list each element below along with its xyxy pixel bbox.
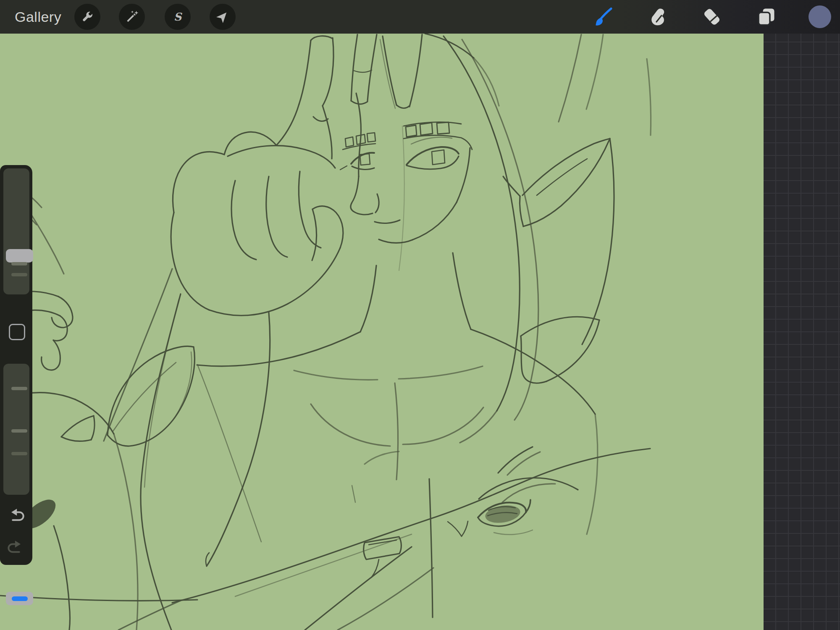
undo-button[interactable]	[6, 506, 26, 523]
slider-tick	[11, 452, 27, 455]
color-swatch-button[interactable]	[808, 5, 831, 28]
selection-button[interactable]: S	[165, 4, 191, 30]
slider-tick	[11, 273, 27, 276]
paintbrush-icon	[593, 7, 614, 27]
magic-wand-icon	[125, 10, 139, 24]
transform-arrow-icon	[215, 10, 230, 24]
brush-size-slider[interactable]	[3, 168, 29, 294]
opacity-slider[interactable]	[3, 364, 29, 495]
slider-tick	[11, 387, 27, 390]
brush-size-handle[interactable]	[6, 249, 33, 262]
wrench-icon	[80, 10, 94, 24]
smudge-tool-button[interactable]	[645, 4, 671, 30]
redo-icon	[7, 539, 25, 554]
layers-icon	[756, 7, 776, 27]
svg-text:S: S	[174, 10, 183, 23]
paint-tool-button[interactable]	[591, 4, 617, 30]
undo-icon	[7, 507, 25, 522]
layers-button[interactable]	[753, 4, 779, 30]
slider-tick	[11, 262, 27, 265]
smudge-finger-icon	[648, 7, 668, 27]
erase-tool-button[interactable]	[699, 4, 725, 30]
adjustments-button[interactable]	[119, 4, 145, 30]
drawing-canvas[interactable]	[0, 34, 764, 630]
brush-sidebar	[0, 165, 32, 565]
actions-button[interactable]	[74, 4, 100, 30]
procreate-app: Gallery S	[0, 0, 840, 630]
redo-button[interactable]	[6, 538, 26, 555]
modify-button[interactable]	[9, 324, 25, 340]
gallery-button[interactable]: Gallery	[15, 0, 61, 34]
slider-tick	[11, 429, 27, 433]
sketch-artwork	[0, 34, 764, 630]
eraser-icon	[702, 7, 722, 27]
workspace-background	[764, 34, 840, 630]
transform-button[interactable]	[210, 4, 236, 30]
opacity-accent-bar	[12, 596, 28, 601]
top-toolbar: Gallery S	[0, 0, 840, 34]
selection-s-icon: S	[171, 10, 185, 24]
opacity-handle[interactable]	[6, 592, 33, 605]
